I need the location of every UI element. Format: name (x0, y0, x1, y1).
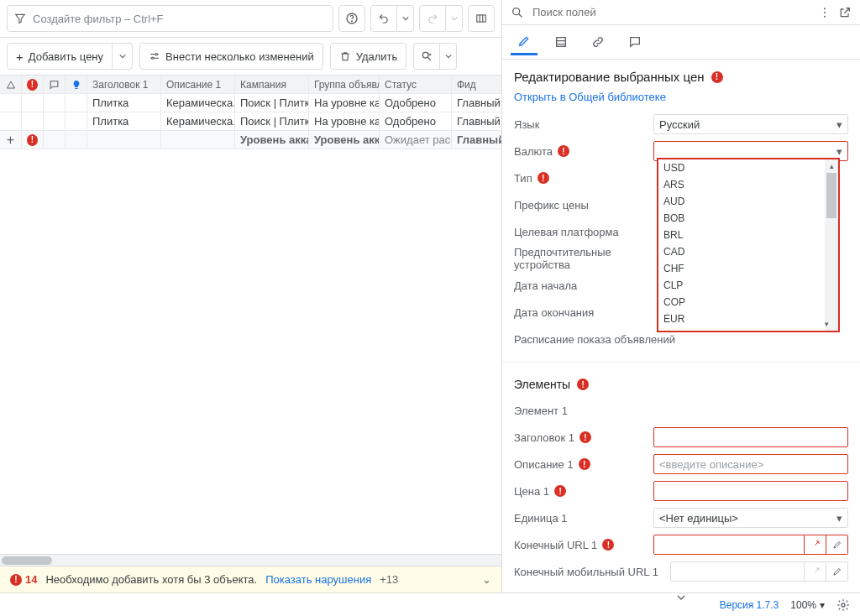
label-schedule: Расписание показа объявлений (514, 333, 675, 346)
action-toolbar: + Добавить цену Внести несколько изменен… (0, 38, 501, 76)
currency-option[interactable]: CLP (658, 277, 838, 294)
table-row[interactable]: Плитка Керамическа... Поиск | Плитк... Н… (0, 94, 501, 112)
label-type: Тип (514, 172, 532, 185)
caret-down-icon (119, 53, 126, 60)
language-select[interactable]: Русский▾ (653, 114, 848, 134)
label-element1: Элемент 1 (514, 405, 648, 417)
chevron-down-icon[interactable]: ⌄ (482, 573, 491, 586)
currency-option[interactable]: USD (658, 159, 838, 176)
tab-comment[interactable] (621, 29, 648, 55)
svg-point-3 (155, 54, 157, 55)
search-input[interactable] (531, 5, 811, 19)
svg-point-5 (423, 52, 429, 58)
dropdown-scrollbar[interactable]: ▴▾ (825, 159, 838, 331)
col-idea[interactable] (66, 76, 87, 93)
delete-button[interactable]: Удалить (330, 43, 407, 70)
currency-option[interactable]: ARS (658, 176, 838, 193)
open-url-icon[interactable] (805, 535, 826, 555)
filter-placeholder: Создайте фильтр – Ctrl+F (33, 13, 164, 25)
description1-input[interactable]: <введите описание> (653, 454, 848, 474)
label-platform: Целевая платформа (514, 226, 648, 238)
currency-option[interactable]: BOB (658, 210, 838, 227)
open-external-icon[interactable] (838, 6, 852, 19)
label-currency: Валюта (514, 145, 553, 158)
grid-icon (554, 35, 568, 49)
currency-option[interactable]: EUR (658, 311, 838, 327)
replace-dropdown[interactable] (440, 43, 457, 70)
error-icon: ! (711, 71, 723, 83)
left-pane: Создайте фильтр – Ctrl+F (0, 0, 502, 593)
add-price-button[interactable]: + Добавить цену (7, 43, 113, 70)
error-icon: ! (579, 431, 591, 443)
currency-option[interactable]: COP (658, 294, 838, 311)
redo-dropdown[interactable] (446, 5, 463, 32)
tab-edit[interactable] (511, 29, 538, 55)
unit1-select[interactable]: <Нет единицы>▾ (653, 508, 848, 528)
horizontal-scrollbar[interactable] (0, 554, 501, 566)
open-url-icon[interactable] (805, 561, 826, 582)
col-campaign[interactable]: Кампания (235, 76, 309, 93)
tab-grid[interactable] (548, 29, 574, 55)
gear-icon[interactable] (836, 598, 850, 612)
col-title1[interactable]: Заголовок 1 (87, 76, 161, 93)
add-price-label: Добавить цену (29, 50, 103, 63)
bulk-edit-button[interactable]: Внести несколько изменений (139, 43, 323, 70)
headline1-input[interactable] (653, 427, 848, 447)
show-violations-link[interactable]: Показать нарушения (265, 573, 371, 586)
col-comment[interactable] (44, 76, 66, 93)
tab-link[interactable] (585, 29, 611, 55)
status-bar: Версия 1.7.3 100% ▾ (0, 593, 860, 616)
open-library-link[interactable]: Открыть в Общей библиотеке (502, 89, 860, 110)
warning-bar: ! 14 Необходимо добавить хотя бы 3 объек… (0, 566, 501, 593)
error-icon: ! (558, 145, 569, 157)
final-url1-input[interactable] (653, 535, 848, 555)
label-final-url1: Конечный URL 1 (514, 539, 597, 551)
add-price-dropdown[interactable] (113, 43, 133, 70)
section-title-row: Редактирование выбранных цен ! (502, 60, 860, 89)
error-icon: ! (27, 134, 38, 146)
label-end-date: Дата окончания (514, 306, 648, 319)
error-icon: ! (577, 378, 589, 390)
replace-button[interactable] (413, 43, 440, 70)
currency-dropdown-panel[interactable]: USDARSAUDBOBBRLCADCHFCLPCOPEUR▴▾ (657, 158, 840, 332)
redo-button[interactable] (419, 5, 446, 32)
col-error[interactable]: ! (22, 76, 44, 93)
undo-dropdown[interactable] (397, 5, 414, 32)
plus-icon: + (16, 50, 24, 64)
final-mobile-url1-input[interactable] (670, 561, 848, 582)
table-row-new[interactable]: + ! Уровень акка... Уровень акка... Ожид… (0, 131, 501, 149)
version-label[interactable]: Версия 1.7.3 (720, 599, 779, 611)
caret-down-icon: ▾ (820, 599, 825, 611)
col-feed[interactable]: Фид (452, 76, 501, 93)
add-row-icon[interactable]: + (0, 131, 22, 149)
currency-option[interactable]: AUD (658, 193, 838, 210)
edit-url-icon[interactable] (826, 561, 848, 582)
columns-button[interactable] (468, 5, 495, 32)
price1-input[interactable] (653, 481, 848, 501)
search-icon (511, 6, 524, 19)
more-icon[interactable] (818, 6, 831, 19)
col-delta[interactable] (0, 76, 22, 93)
table-row[interactable]: Плитка Керамическа... Поиск | Плитк... Н… (0, 112, 501, 131)
trash-icon (339, 50, 351, 62)
col-status[interactable]: Статус (380, 76, 452, 93)
bulk-edit-label: Внести несколько изменений (165, 50, 314, 63)
funnel-icon (14, 13, 26, 24)
error-icon: ! (538, 172, 549, 184)
label-start-date: Дата начала (514, 279, 648, 292)
warning-count: ! 14 (10, 573, 37, 586)
help-icon (345, 12, 359, 25)
caret-down-icon (445, 53, 452, 60)
col-desc1[interactable]: Описание 1 (161, 76, 235, 93)
col-adgroup[interactable]: Группа объявл... (309, 76, 380, 93)
currency-option[interactable]: CAD (658, 243, 838, 260)
currency-option[interactable]: BRL (658, 227, 838, 243)
filter-input[interactable]: Создайте фильтр – Ctrl+F (7, 5, 333, 32)
help-button[interactable] (338, 5, 365, 32)
caret-down-icon: ▾ (836, 512, 842, 525)
zoom-control[interactable]: 100% ▾ (790, 599, 825, 611)
currency-option[interactable]: CHF (658, 260, 838, 277)
undo-button[interactable] (370, 5, 397, 32)
link-icon (591, 35, 605, 49)
edit-url-icon[interactable] (826, 535, 848, 555)
